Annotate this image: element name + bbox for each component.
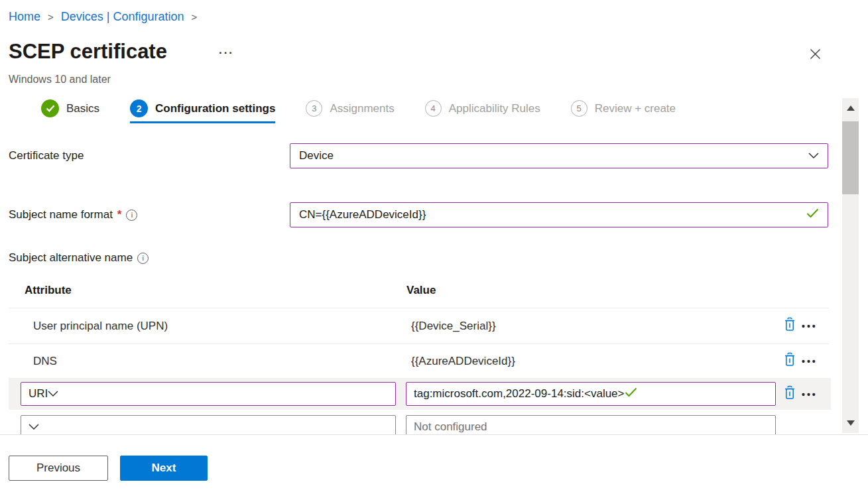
step-number-badge: 4 [425, 100, 442, 117]
info-icon[interactable]: i [137, 253, 149, 264]
tab-label: Review + create [595, 102, 676, 115]
row-more-options-button[interactable]: ••• [802, 321, 818, 332]
certificate-type-dropdown[interactable]: Device [290, 143, 828, 168]
san-attribute-dropdown[interactable]: URI [21, 382, 396, 406]
ellipsis-icon: ••• [802, 321, 818, 332]
trash-icon [783, 357, 796, 369]
certificate-type-label: Certificate type [9, 149, 84, 162]
valid-check-icon [806, 208, 819, 221]
required-asterisk: * [117, 208, 122, 221]
row-more-options-button[interactable]: ••• [802, 389, 818, 400]
scep-certificate-pane: Home > Devices | Configuration > SCEP ce… [0, 0, 868, 498]
scrollbar-thumb[interactable] [842, 121, 859, 194]
tab-label: Applicability Rules [449, 102, 540, 115]
ellipsis-icon: ••• [802, 356, 818, 367]
san-row-value: {{AzureADDeviceId}} [411, 355, 515, 368]
san-row-attribute: DNS [33, 355, 57, 368]
more-options-button[interactable]: ··· [219, 46, 234, 60]
tab-label: Assignments [330, 102, 394, 115]
close-icon [810, 48, 821, 62]
page-subtitle: Windows 10 and later [9, 74, 111, 86]
trash-icon [783, 391, 796, 402]
divider [9, 308, 829, 308]
step-number-badge: 5 [571, 100, 588, 117]
tab-label: Basics [66, 102, 99, 115]
subject-alternative-name-label: Subject alternative name i [9, 251, 149, 265]
close-button[interactable] [804, 44, 826, 66]
san-row-attribute: User principal name (UPN) [33, 320, 168, 333]
subject-name-format-text: Subject name format [9, 208, 113, 221]
san-value-input[interactable]: tag:microsoft.com,2022-09-14:sid:<value> [406, 382, 776, 406]
previous-button[interactable]: Previous [9, 456, 108, 481]
value-column-header: Value [406, 284, 436, 297]
wizard-footer: Previous Next [0, 434, 868, 498]
chevron-down-icon [808, 149, 819, 162]
page-title: SCEP certificate [9, 40, 167, 64]
info-icon[interactable]: i [126, 210, 137, 221]
delete-row-button[interactable] [783, 352, 798, 368]
delete-row-button[interactable] [783, 385, 798, 401]
tab-configuration-settings[interactable]: 2 Configuration settings [130, 99, 275, 123]
divider [9, 343, 829, 344]
subject-name-format-value: CN={{AzureADDeviceId}} [299, 208, 426, 221]
subject-name-format-label: Subject name format * i [9, 208, 137, 221]
tab-review-create[interactable]: 5 Review + create [571, 99, 676, 123]
next-button[interactable]: Next [120, 456, 208, 481]
breadcrumb: Home > Devices | Configuration > [9, 10, 197, 24]
row-more-options-button[interactable]: ••• [802, 356, 818, 367]
san-attribute-dropdown-value: URI [29, 387, 48, 401]
step-complete-check-icon [41, 99, 59, 117]
trash-icon [783, 322, 796, 334]
san-value-placeholder: Not configured [414, 420, 487, 434]
certificate-type-value: Device [299, 149, 334, 162]
chevron-down-icon [48, 387, 58, 401]
wizard-steps: Basics 2 Configuration settings 3 Assign… [41, 99, 676, 123]
subject-name-format-input[interactable]: CN={{AzureADDeviceId}} [290, 202, 828, 227]
step-number-badge: 2 [130, 99, 148, 117]
breadcrumb-chevron-icon: > [192, 11, 198, 23]
chevron-down-icon [29, 420, 39, 434]
breadcrumb-chevron-icon: > [48, 11, 54, 23]
tab-label: Configuration settings [155, 102, 275, 115]
scroll-down-arrow-icon[interactable] [847, 420, 855, 426]
breadcrumb-home-link[interactable]: Home [9, 10, 40, 24]
scroll-up-arrow-icon[interactable] [847, 105, 855, 111]
delete-row-button[interactable] [783, 317, 798, 333]
tab-basics[interactable]: Basics [41, 99, 99, 123]
san-row-value: {{Device_Serial}} [411, 320, 496, 333]
attribute-column-header: Attribute [25, 284, 72, 297]
subject-alternative-name-text: Subject alternative name [9, 251, 133, 265]
step-number-badge: 3 [306, 100, 322, 117]
san-value-text: tag:microsoft.com,2022-09-14:sid:<value> [414, 387, 625, 401]
active-tab-underline [130, 121, 275, 123]
vertical-scrollbar[interactable] [842, 98, 859, 433]
breadcrumb-devices-configuration-link[interactable]: Devices | Configuration [61, 10, 184, 24]
tab-assignments[interactable]: 3 Assignments [306, 99, 394, 123]
ellipsis-icon: ••• [802, 389, 818, 400]
valid-check-icon [625, 387, 637, 401]
tab-applicability-rules[interactable]: 4 Applicability Rules [425, 99, 540, 123]
